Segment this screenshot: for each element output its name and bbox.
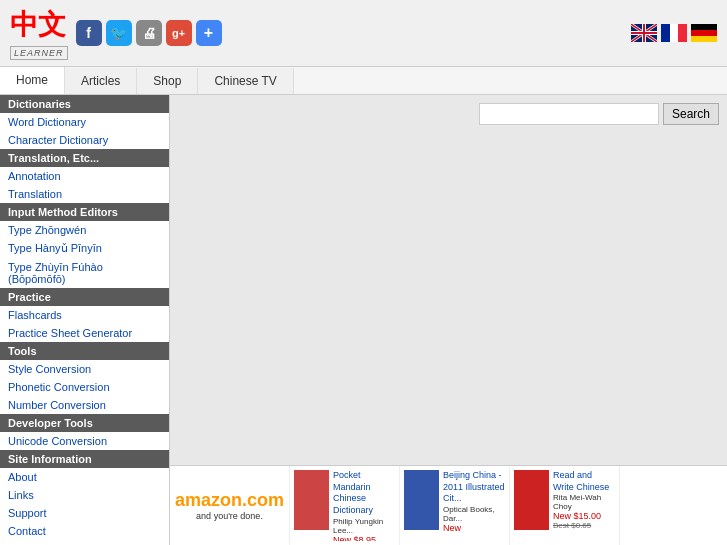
- googleplus-icon[interactable]: g+: [166, 20, 192, 46]
- logo-learner: LEARNER: [10, 46, 68, 60]
- sidebar-link-annotation[interactable]: Annotation: [0, 167, 169, 185]
- sidebar-link-unicode-conversion[interactable]: Unicode Conversion: [0, 432, 169, 450]
- logo-block: 中文 LEARNER: [10, 6, 68, 60]
- flag-de[interactable]: [691, 24, 717, 42]
- sidebar-link-number-conversion[interactable]: Number Conversion: [0, 396, 169, 414]
- print-icon[interactable]: 🖨: [136, 20, 162, 46]
- book-info-3: Read and Write Chinese Rita Mei-Wah Choy…: [553, 470, 615, 541]
- tab-articles[interactable]: Articles: [65, 68, 137, 94]
- amazon-block: amazon.com and you're done.: [170, 466, 290, 545]
- sidebar-link-flashcards[interactable]: Flashcards: [0, 306, 169, 324]
- book-item-2[interactable]: Beijing China - 2011 Illustrated Cit... …: [400, 466, 510, 545]
- sidebar-link-character-dictionary[interactable]: Character Dictionary: [0, 131, 169, 149]
- book-item-3[interactable]: Read and Write Chinese Rita Mei-Wah Choy…: [510, 466, 620, 545]
- sidebar-link-style-conversion[interactable]: Style Conversion: [0, 360, 169, 378]
- books-section: amazon.com and you're done. Pocket Manda…: [170, 465, 727, 545]
- book-cover-3: [514, 470, 549, 530]
- sidebar-link-contact[interactable]: Contact: [0, 522, 169, 540]
- sidebar-link-links[interactable]: Links: [0, 486, 169, 504]
- book-author-2: Optical Books, Dar...: [443, 505, 505, 523]
- tab-home[interactable]: Home: [0, 67, 65, 94]
- sidebar-section-dev-tools: Developer Tools: [0, 414, 169, 432]
- search-button[interactable]: Search: [663, 103, 719, 125]
- book-item-1[interactable]: Pocket Mandarin Chinese Dictionary Phili…: [290, 466, 400, 545]
- search-bar: Search: [178, 103, 719, 125]
- sidebar-link-translation[interactable]: Translation: [0, 185, 169, 203]
- book-price-new-2: New: [443, 523, 505, 533]
- header: 中文 LEARNER f 🐦 🖨 g+ +: [0, 0, 727, 67]
- tab-chinese-tv[interactable]: Chinese TV: [198, 68, 293, 94]
- googleplus2-icon[interactable]: +: [196, 20, 222, 46]
- sidebar-section-ime: Input Method Editors: [0, 203, 169, 221]
- main-layout: Dictionaries Word Dictionary Character D…: [0, 95, 727, 545]
- sidebar-section-site-info: Site Information: [0, 450, 169, 468]
- book-title-2[interactable]: Beijing China - 2011 Illustrated Cit...: [443, 470, 505, 505]
- logo-chinese: 中文: [10, 6, 66, 44]
- sidebar-section-translation: Translation, Etc...: [0, 149, 169, 167]
- sidebar: Dictionaries Word Dictionary Character D…: [0, 95, 170, 545]
- twitter-icon[interactable]: 🐦: [106, 20, 132, 46]
- book-author-1: Philip Yungkin Lee...: [333, 517, 395, 535]
- sidebar-link-word-dictionary[interactable]: Word Dictionary: [0, 113, 169, 131]
- book-info-2: Beijing China - 2011 Illustrated Cit... …: [443, 470, 505, 541]
- book-cover-1: [294, 470, 329, 530]
- svg-rect-8: [631, 32, 657, 34]
- tab-shop[interactable]: Shop: [137, 68, 198, 94]
- book-title-3[interactable]: Read and Write Chinese: [553, 470, 615, 493]
- search-input[interactable]: [479, 103, 659, 125]
- sidebar-link-phonetic-conversion[interactable]: Phonetic Conversion: [0, 378, 169, 396]
- social-icons: f 🐦 🖨 g+ +: [76, 20, 222, 46]
- amazon-logo: amazon.com: [175, 490, 284, 511]
- facebook-icon[interactable]: f: [76, 20, 102, 46]
- book-price-new-1: New $8.95: [333, 535, 395, 541]
- sidebar-section-tools: Tools: [0, 342, 169, 360]
- sidebar-link-pinyin[interactable]: Type Hànyǔ Pīnyīn: [0, 239, 169, 258]
- sidebar-link-support[interactable]: Support: [0, 504, 169, 522]
- sidebar-link-bopomofo[interactable]: Type Zhùyīn Fúhào (Bōpōmōfō): [0, 258, 169, 288]
- header-left: 中文 LEARNER f 🐦 🖨 g+ +: [10, 6, 222, 60]
- book-title-1[interactable]: Pocket Mandarin Chinese Dictionary: [333, 470, 395, 517]
- flag-uk[interactable]: [631, 24, 657, 42]
- flag-fr[interactable]: [661, 24, 687, 42]
- book-price-orig-3: Best $0.65: [553, 521, 615, 530]
- book-cover-2: [404, 470, 439, 530]
- book-price-new-3: New $15.00: [553, 511, 615, 521]
- flag-icons: [631, 24, 717, 42]
- navbar: Home Articles Shop Chinese TV: [0, 67, 727, 95]
- sidebar-link-practice-sheet[interactable]: Practice Sheet Generator: [0, 324, 169, 342]
- sidebar-section-dictionaries: Dictionaries: [0, 95, 169, 113]
- sidebar-section-practice: Practice: [0, 288, 169, 306]
- sidebar-link-about[interactable]: About: [0, 468, 169, 486]
- sidebar-link-zhongwen[interactable]: Type Zhōngwén: [0, 221, 169, 239]
- book-author-3: Rita Mei-Wah Choy: [553, 493, 615, 511]
- book-info-1: Pocket Mandarin Chinese Dictionary Phili…: [333, 470, 395, 541]
- amazon-tagline: and you're done.: [196, 511, 263, 521]
